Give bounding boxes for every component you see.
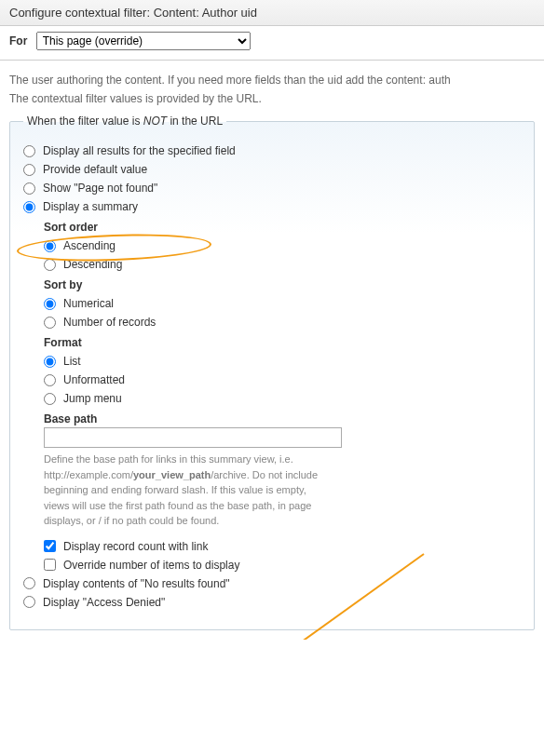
radio-no-results[interactable] <box>23 577 35 589</box>
label-all-results: Display all results for the specified fi… <box>43 144 236 157</box>
radio-summary[interactable] <box>23 201 35 213</box>
option-jump-menu[interactable]: Jump menu <box>44 392 521 405</box>
checkbox-override-items[interactable] <box>44 559 56 571</box>
option-default-value[interactable]: Provide default value <box>23 163 521 176</box>
base-path-heading: Base path <box>44 412 521 425</box>
for-row: For This page (override) <box>0 26 544 61</box>
label-override-items: Override number of items to display <box>63 559 239 572</box>
radio-descending[interactable] <box>44 259 56 271</box>
option-ascending[interactable]: Ascending <box>44 239 521 252</box>
label-no-results: Display contents of "No results found" <box>43 577 230 590</box>
description-line-1: The user authoring the content. If you n… <box>9 74 535 87</box>
option-descending[interactable]: Descending <box>44 258 521 271</box>
label-ascending: Ascending <box>63 239 116 252</box>
option-all-results[interactable]: Display all results for the specified fi… <box>23 144 521 157</box>
label-descending: Descending <box>63 258 122 271</box>
checkbox-display-count[interactable] <box>44 540 56 552</box>
label-default-value: Provide default value <box>43 163 147 176</box>
label-number-of-records: Number of records <box>63 316 156 329</box>
radio-default-value[interactable] <box>23 164 35 176</box>
option-access-denied[interactable]: Display "Access Denied" <box>23 596 521 609</box>
radio-ascending[interactable] <box>44 240 56 252</box>
radio-not-found[interactable] <box>23 182 35 195</box>
option-override-items[interactable]: Override number of items to display <box>44 559 521 572</box>
radio-number-of-records[interactable] <box>44 317 56 329</box>
when-not-in-url-fieldset: When the filter value is NOT in the URL … <box>9 115 535 630</box>
option-list[interactable]: List <box>44 355 521 368</box>
label-unformatted: Unformatted <box>63 373 125 386</box>
option-no-results[interactable]: Display contents of "No results found" <box>23 577 521 590</box>
option-not-found[interactable]: Show "Page not found" <box>23 182 521 195</box>
label-jump-menu: Jump menu <box>63 392 122 405</box>
fieldset-legend: When the filter value is NOT in the URL <box>23 115 226 128</box>
for-label: For <box>9 34 27 47</box>
label-not-found: Show "Page not found" <box>43 182 157 195</box>
radio-access-denied[interactable] <box>23 596 35 608</box>
format-heading: Format <box>44 336 521 349</box>
sort-by-heading: Sort by <box>44 278 521 291</box>
sort-order-heading: Sort order <box>44 221 521 234</box>
for-select[interactable]: This page (override) <box>36 32 251 50</box>
dialog-title: Configure contextual filter: Content: Au… <box>0 0 544 26</box>
radio-unformatted[interactable] <box>44 374 56 386</box>
summary-sub-settings: Sort order Ascending Descending Sort by … <box>44 221 521 572</box>
label-display-count: Display record count with link <box>63 540 208 553</box>
radio-jump-menu[interactable] <box>44 393 56 405</box>
label-summary: Display a summary <box>43 200 138 213</box>
description-line-2: The contextual filter values is provided… <box>9 92 535 105</box>
option-numerical[interactable]: Numerical <box>44 297 521 310</box>
base-path-input[interactable] <box>44 427 342 448</box>
label-list: List <box>63 355 81 368</box>
radio-list[interactable] <box>44 356 56 368</box>
option-display-count[interactable]: Display record count with link <box>44 540 521 553</box>
option-number-of-records[interactable]: Number of records <box>44 316 521 329</box>
option-unformatted[interactable]: Unformatted <box>44 373 521 386</box>
base-path-help: Define the base path for links in this s… <box>44 452 333 529</box>
radio-numerical[interactable] <box>44 298 56 310</box>
label-access-denied: Display "Access Denied" <box>43 596 165 609</box>
option-summary[interactable]: Display a summary <box>23 200 521 213</box>
radio-all-results[interactable] <box>23 145 35 157</box>
label-numerical: Numerical <box>63 297 114 310</box>
